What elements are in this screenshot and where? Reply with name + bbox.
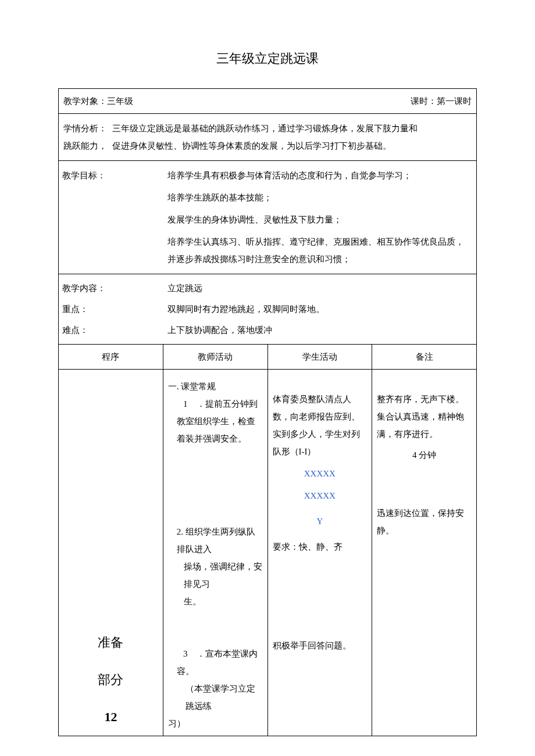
focus-label: 重点：	[62, 299, 158, 320]
lesson-plan-table: 教学对象：三年级 课时：第一课时 学情分析： 三年级立定跳远是最基础的跳跃动作练…	[58, 88, 477, 736]
note-1: 整齐有序，无声下楼。	[377, 390, 472, 408]
content-body: 立定跳远 双脚同时有力蹬地跳起，双脚同时落地。 上下肢协调配合，落地缓冲	[163, 274, 476, 344]
analysis-label1: 学情分析：	[63, 120, 110, 137]
formation-row1: XXXXX	[273, 465, 368, 482]
page-title: 三年级立定跳远课	[58, 46, 477, 71]
header-phase: 程序	[59, 344, 163, 369]
goals-body: 培养学生具有积极参与体育活动的态度和行为，自觉参与学习； 培养学生跳跃的基本技能…	[163, 160, 476, 274]
note-cell: 整齐有序，无声下楼。 集合认真迅速，精神饱满，有序进行。 4 分钟 迅速到达位置…	[372, 369, 477, 736]
teacher-sec-title: 一. 课堂常规	[168, 378, 263, 395]
goals-label: 教学目标：	[59, 160, 163, 274]
phase-line1: 准备	[63, 630, 158, 655]
analysis-row: 学情分析： 三年级立定跳远是最基础的跳跃动作练习，通过学习锻炼身体，发展下肢力量…	[59, 113, 477, 160]
teacher-item3-num: 3	[177, 645, 194, 662]
student-p1: 体育委员整队清点人数，向老师报告应到、实到多少人，学生对列队形（I-I）	[273, 390, 368, 460]
content-labels: 教学内容： 重点： 难点：	[59, 274, 163, 344]
student-cell: 体育委员整队清点人数，向老师报告应到、实到多少人，学生对列队形（I-I） XXX…	[268, 369, 372, 736]
meta-row: 教学对象：三年级 课时：第一课时	[59, 88, 477, 113]
goal-4: 培养学生认真练习、听从指挥、遵守纪律、克服困难、相互协作等优良品质，并逐步养成投…	[167, 233, 472, 268]
goal-3: 发展学生的身体协调性、灵敏性及下肢力量；	[167, 211, 472, 228]
note-4: 迅速到达位置，保持安静。	[377, 504, 472, 539]
analysis-line1: 三年级立定跳远是最基础的跳跃动作练习，通过学习锻炼身体，发展下肢力量和	[112, 124, 418, 133]
phase-cell: 准备 部分 12	[59, 369, 163, 736]
goal-1: 培养学生具有积极参与体育活动的态度和行为，自觉参与学习；	[167, 167, 472, 184]
subject-label: 教学对象：三年级	[63, 96, 133, 106]
phase-num: 12	[63, 704, 158, 730]
focus-text: 双脚同时有力蹬地跳起，双脚同时落地。	[167, 299, 472, 320]
teacher-item2: 2. 组织学生两列纵队排队进入	[168, 523, 263, 558]
header-note: 备注	[372, 344, 477, 369]
difficult-label: 难点：	[62, 320, 158, 341]
header-teacher: 教师活动	[163, 344, 268, 369]
note-2: 集合认真迅速，精神饱满，有序进行。	[377, 408, 472, 443]
phase-line2: 部分	[63, 667, 158, 693]
analysis-label2: 跳跃能力，	[63, 137, 110, 155]
teacher-item2c: 生。	[168, 593, 263, 610]
difficult-text: 上下肢协调配合，落地缓冲	[167, 320, 472, 341]
teacher-item3-note: （本堂课学习立定跳远练	[168, 680, 263, 715]
analysis-line2: 促进身体灵敏性、协调性等身体素质的发展，为以后学习打下初步基础。	[112, 141, 391, 151]
student-req: 要求：快、静、齐	[273, 538, 368, 556]
student-p2: 积极举手回答问题。	[273, 637, 368, 654]
teacher-item1-num: 1	[177, 395, 194, 413]
header-student: 学生活动	[268, 344, 372, 369]
teacher-item2b: 操场，强调纪律，安排见习	[168, 558, 263, 593]
content-label: 教学内容：	[62, 278, 158, 299]
teacher-cell: 一. 课堂常规 1 ．提前五分钟到教室组织学生，检查着装并强调安全。 2. 组织…	[163, 369, 268, 736]
goal-2: 培养学生跳跃的基本技能；	[167, 189, 472, 206]
content-text: 立定跳远	[167, 278, 472, 299]
teacher-item3-note2: 习）	[168, 715, 263, 732]
formation-row3: Y	[273, 513, 368, 530]
formation-row2: XXXXX	[273, 487, 368, 504]
lesson-label: 课时：第一课时	[411, 92, 472, 110]
note-3: 4 分钟	[377, 446, 472, 464]
